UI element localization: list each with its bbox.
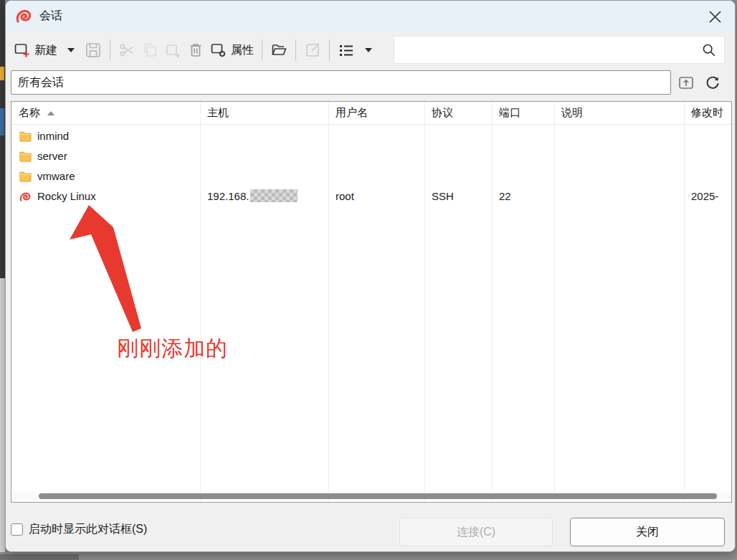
address-row: 所有会话 [6,70,735,98]
view-mode-dropdown[interactable] [358,37,379,63]
xshell-session-icon [19,190,32,202]
session-table: 名称 主机 用户名 协议 端口 说明 修改时 inmind server vmw… [11,101,732,503]
search-input[interactable] [394,44,701,56]
open-folder-icon [270,42,287,59]
background-window-sliver [0,0,5,552]
redacted-host-block [250,189,298,202]
column-header-modified[interactable]: 修改时 [684,106,731,120]
toolbar-separator [295,39,296,61]
column-header-name[interactable]: 名称 [11,106,200,120]
delete-button[interactable] [184,37,207,63]
properties-button[interactable]: 属性 [207,37,257,63]
background-light-fragment [0,278,5,552]
column-header-protocol[interactable]: 协议 [424,106,492,120]
paste-icon [164,42,181,59]
export-button[interactable] [301,37,324,63]
table-row[interactable]: vmware [11,166,731,186]
copy-icon [141,42,158,59]
chevron-down-icon [365,48,372,52]
new-session-dropdown[interactable] [60,37,82,63]
cut-scissors-icon [118,42,135,59]
background-blue-fragment [0,108,4,136]
xshell-logo-icon [15,7,32,24]
trash-icon [187,42,204,59]
close-button[interactable]: 关闭 [570,518,725,546]
column-header-port[interactable]: 端口 [492,106,554,120]
table-row[interactable]: server [11,146,731,166]
table-body: inmind server vmware Rocky Linux 192.168… [11,125,731,206]
background-bottom-strip [0,552,737,560]
background-taskbar-fragment [0,554,79,560]
new-session-label: 新建 [34,43,57,58]
view-mode-button[interactable] [335,37,358,63]
toolbar: 新建 [6,31,735,70]
toolbar-separator [329,39,330,61]
new-folder-button[interactable] [267,37,290,63]
folder-icon [19,150,32,162]
path-bar[interactable]: 所有会话 [11,70,671,95]
window-title: 会话 [39,9,62,24]
table-row[interactable]: Rocky Linux 192.168. root SSH 22 2025- [11,186,731,206]
save-icon [85,42,102,59]
cut-button[interactable] [115,37,138,63]
current-path: 所有会话 [11,75,64,90]
new-session-icon [14,42,31,59]
search-icon[interactable] [701,42,717,58]
refresh-button[interactable] [701,72,724,93]
column-header-description[interactable]: 说明 [554,106,684,120]
titlebar: 会话 [6,1,735,31]
toolbar-separator [262,39,262,61]
folder-up-icon [677,74,695,91]
export-icon [304,42,321,59]
paste-button[interactable] [161,37,184,63]
table-row[interactable]: inmind [11,125,731,146]
close-window-button[interactable] [705,6,725,27]
close-icon [709,11,721,23]
sort-ascending-icon [47,111,54,115]
checkbox-box[interactable] [11,523,23,536]
list-view-icon [338,42,355,59]
connect-button[interactable]: 连接(C) [399,518,553,546]
footer-bar: 启动时显示此对话框(S) 连接(C) 关闭 [6,503,735,552]
folder-icon [19,170,32,182]
toolbar-separator [110,39,110,61]
checkbox-label: 启动时显示此对话框(S) [29,522,147,537]
horizontal-scrollbar-thumb[interactable] [39,493,717,499]
folder-icon [19,130,32,142]
session-dialog: 会话 新建 [5,0,736,552]
copy-button[interactable] [138,37,161,63]
properties-icon [210,42,227,59]
refresh-icon [704,74,721,91]
background-yellow-fragment [0,67,4,80]
go-up-folder-button[interactable] [675,72,698,93]
save-button[interactable] [82,37,105,63]
chevron-down-icon [67,48,75,52]
properties-label: 属性 [231,43,254,58]
search-box [394,36,725,64]
column-header-host[interactable]: 主机 [200,106,328,120]
show-on-startup-checkbox[interactable]: 启动时显示此对话框(S) [11,522,147,537]
horizontal-scrollbar-track[interactable] [12,493,732,500]
new-session-button[interactable]: 新建 [11,37,60,63]
column-header-user[interactable]: 用户名 [328,106,424,120]
table-header: 名称 主机 用户名 协议 端口 说明 修改时 [11,102,731,125]
